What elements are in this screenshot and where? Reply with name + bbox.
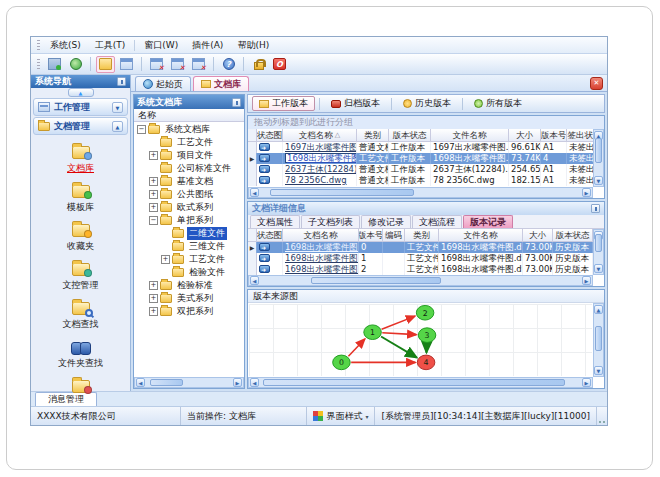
version-filter-0[interactable]: 工作版本	[252, 96, 315, 111]
tree-item[interactable]: 工艺文件	[134, 136, 244, 149]
scroll-left-icon[interactable]: ◀	[250, 276, 259, 285]
tree-item[interactable]: +工艺文件	[134, 253, 244, 266]
column-header[interactable]: 大小	[523, 229, 553, 242]
details-tab-0[interactable]: 文档属性	[250, 215, 300, 228]
details-tab-4[interactable]: 版本记录	[463, 215, 513, 228]
tree-column-header[interactable]: 名称	[134, 109, 244, 122]
tree-item[interactable]: +检验标准	[134, 279, 244, 292]
horizontal-scrollbar[interactable]: ◀▶	[134, 377, 244, 388]
document-name-link[interactable]: 78 2356C.dwg	[285, 175, 347, 185]
table-row[interactable]: 2637主体(12284).dwg普通文档工作版本2637主体(12284).d…	[248, 164, 593, 175]
expander-icon[interactable]: −	[149, 216, 158, 225]
tree-item[interactable]: +基准文档	[134, 175, 244, 188]
scrollbar-thumb[interactable]	[150, 379, 182, 386]
expander-icon[interactable]: +	[149, 177, 158, 186]
table-row[interactable]: 1697出水嘴零件图.dwg普通文档工作版本1697出水嘴零件图.dwg96.6…	[248, 142, 593, 153]
scrollbar-thumb[interactable]	[595, 234, 602, 252]
chevron-up-icon[interactable]: ▲	[112, 121, 123, 132]
version-node-0[interactable]: 0	[333, 355, 351, 370]
sidebar-item-4[interactable]: 文档查找	[35, 295, 127, 334]
horizontal-scrollbar[interactable]: ◀▶	[248, 377, 593, 388]
horizontal-scrollbar[interactable]: ◀▶	[248, 187, 593, 198]
pin-icon[interactable]	[232, 98, 241, 107]
toolbar-button-help[interactable]	[219, 56, 238, 73]
document-name-link[interactable]: 1698出水嘴零件图.dwg	[285, 242, 359, 252]
scroll-right-icon[interactable]: ▶	[582, 276, 591, 285]
menu-item-3[interactable]: 插件(A)	[185, 37, 230, 54]
table-row[interactable]: ▶1698出水嘴零件图.dwg0工艺文件1698出水嘴零件图.dwg73.00K…	[248, 242, 593, 253]
scroll-right-icon[interactable]: ▶	[233, 378, 242, 387]
details-tab-1[interactable]: 子文档列表	[301, 215, 360, 228]
tree-item[interactable]: 公司标准文件	[134, 162, 244, 175]
scrollbar-thumb[interactable]	[595, 138, 602, 163]
interface-style-dropdown[interactable]: 界面样式 ▾	[307, 407, 375, 425]
document-name-link[interactable]: 1698出水嘴零件图.dwg	[285, 153, 357, 163]
resize-grip[interactable]	[597, 407, 607, 425]
column-header[interactable]: 编码	[383, 229, 405, 242]
vertical-scrollbar[interactable]: ▲▼	[593, 129, 604, 187]
menu-item-2[interactable]: 窗口(W)	[137, 37, 185, 54]
horizontal-scrollbar[interactable]: ◀▶	[248, 275, 593, 286]
scroll-right-icon[interactable]: ▶	[582, 188, 591, 197]
column-header[interactable]: 类别	[405, 229, 439, 242]
document-name-link[interactable]: 2637主体(12284).dwg	[285, 164, 357, 174]
sidebar-group-1[interactable]: 文档管理▲	[33, 117, 128, 135]
column-header[interactable]: 大小	[509, 129, 541, 142]
tree-item[interactable]: −系统文档库	[134, 123, 244, 136]
scroll-right-icon[interactable]: ▶	[582, 378, 591, 387]
column-header[interactable]: 文档名称△	[283, 129, 357, 142]
scroll-left-icon[interactable]: ◀	[250, 378, 259, 387]
expander-icon[interactable]: +	[149, 151, 158, 160]
toolbar-button-system[interactable]	[45, 56, 64, 73]
table-row[interactable]: 1698出水嘴零件图.dwg2工艺文件1698出水嘴零件图.dwg73.00KB…	[248, 264, 593, 275]
scroll-down-icon[interactable]: ▼	[594, 264, 603, 273]
version-node-3[interactable]: 3	[418, 328, 436, 343]
scroll-down-icon[interactable]: ▼	[594, 176, 603, 185]
toolbar-button-exit[interactable]	[270, 56, 289, 73]
vertical-scrollbar[interactable]: ▲▼	[593, 303, 604, 377]
column-header[interactable]: 版本状态	[389, 129, 431, 142]
version-filter-1[interactable]: 归档版本	[324, 96, 387, 111]
column-header[interactable]: 文件名称	[431, 129, 509, 142]
toolbar-button-globe[interactable]	[66, 56, 85, 73]
expander-icon[interactable]: +	[149, 190, 158, 199]
column-header[interactable]: 文档名称	[283, 229, 359, 242]
toolbar-button-close-group[interactable]	[168, 56, 187, 73]
tree-item[interactable]: 三维文件	[134, 240, 244, 253]
tab-document-library[interactable]: 文档库	[193, 76, 249, 91]
toolbar-button-close-all[interactable]	[189, 56, 208, 73]
chevron-down-icon[interactable]: ▼	[112, 102, 123, 113]
vertical-scrollbar[interactable]: ▲▼	[593, 229, 604, 275]
table-row[interactable]: 78 2356C.dwg普通文档工作版本78 2356C.dwg182.15KB…	[248, 175, 593, 186]
scrollbar-thumb[interactable]	[270, 189, 414, 196]
sidebar-item-1[interactable]: 模板库	[35, 178, 127, 217]
tree-item[interactable]: +欧式系列	[134, 201, 244, 214]
document-name-link[interactable]: 1698出水嘴零件图.dwg	[285, 253, 359, 263]
tab-start-page[interactable]: 起始页	[135, 76, 191, 91]
column-header[interactable]: 类别	[357, 129, 389, 142]
pin-icon[interactable]	[117, 77, 126, 86]
table-row[interactable]: 1698出水嘴零件图.dwg1工艺文件1698出水嘴零件图.dwg73.00KB…	[248, 253, 593, 264]
version-node-1[interactable]: 1	[364, 325, 382, 340]
column-header[interactable]: 版本号	[541, 129, 567, 142]
tree-item[interactable]: +双把系列	[134, 305, 244, 318]
version-node-2[interactable]: 2	[416, 305, 434, 320]
scrollbar-thumb[interactable]	[263, 379, 565, 386]
scrollbar-thumb[interactable]	[595, 326, 602, 351]
expander-icon[interactable]: +	[149, 203, 158, 212]
scroll-left-icon[interactable]: ◀	[250, 188, 259, 197]
expander-icon[interactable]: +	[149, 294, 158, 303]
close-icon[interactable]: ✕	[590, 77, 603, 90]
sidebar-item-0[interactable]: 文档库	[35, 139, 127, 178]
menu-item-0[interactable]: 系统(S)	[43, 37, 88, 54]
version-filter-2[interactable]: 历史版本	[396, 96, 458, 111]
sidebar-scroll-up[interactable]: ▲	[31, 88, 130, 97]
tree-item[interactable]: 检验文件	[134, 266, 244, 279]
scrollbar-thumb[interactable]	[311, 277, 441, 284]
document-name-link[interactable]: 1697出水嘴零件图.dwg	[285, 142, 357, 152]
expander-icon[interactable]: −	[137, 125, 146, 134]
toolbar-button-close-doc[interactable]	[147, 56, 166, 73]
document-name-link[interactable]: 1698出水嘴零件图.dwg	[285, 264, 359, 274]
sidebar-item-3[interactable]: 文控管理	[35, 256, 127, 295]
details-tab-2[interactable]: 修改记录	[361, 215, 411, 228]
